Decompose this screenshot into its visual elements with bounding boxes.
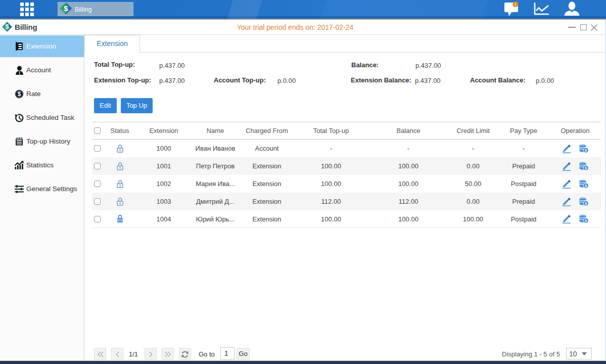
svg-text:$: $ bbox=[18, 90, 21, 98]
svg-text:!: ! bbox=[515, 2, 517, 7]
